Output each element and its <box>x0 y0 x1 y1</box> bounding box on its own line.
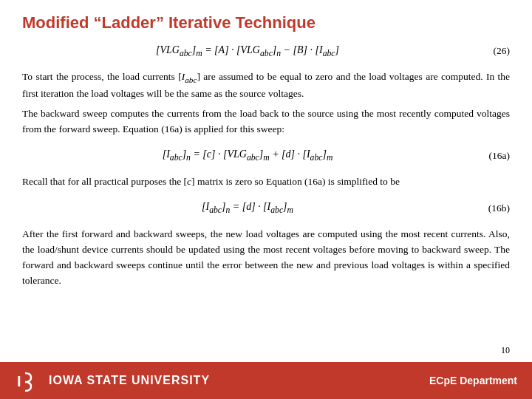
footer-logo: I IOWA STATE UNIVERSITY <box>15 367 210 394</box>
eq16b-formula: [Iabc]n = [d] · [Iabc]m <box>22 201 473 215</box>
main-content: Modified “Ladder” Iterative Technique [V… <box>0 0 532 301</box>
eq26-label: (26) <box>473 45 510 57</box>
footer: I IOWA STATE UNIVERSITY ECpE Department <box>0 362 532 399</box>
paragraph-3: Recall that for all practical purposes t… <box>22 174 510 190</box>
svg-text:I: I <box>17 373 21 389</box>
eq16a-label: (16a) <box>473 150 510 162</box>
equation-16a: [Iabc]n = [c] · [VLGabc]m + [d] · [Iabc]… <box>22 145 510 167</box>
paragraph-4: After the first forward and backward swe… <box>22 227 510 289</box>
footer-department: ECpE Department <box>429 375 517 386</box>
isu-logo-icon: I <box>15 367 41 394</box>
page-number: 10 <box>501 345 510 356</box>
footer-university: IOWA STATE UNIVERSITY <box>49 374 210 387</box>
eq16b-label: (16b) <box>473 202 510 214</box>
equation-26: [VLGabc]m = [A] · [VLGabc]n − [B] · [Iab… <box>22 40 510 62</box>
eq26-formula: [VLGabc]m = [A] · [VLGabc]n − [B] · [Iab… <box>22 44 473 58</box>
eq16a-formula: [Iabc]n = [c] · [VLGabc]m + [d] · [Iabc]… <box>22 149 473 163</box>
paragraph-2: The backward sweep computes the currents… <box>22 106 510 137</box>
page-title: Modified “Ladder” Iterative Technique <box>22 13 510 33</box>
equation-16b: [Iabc]n = [d] · [Iabc]m (16b) <box>22 197 510 219</box>
paragraph-1: To start the process, the load currents … <box>22 69 510 102</box>
